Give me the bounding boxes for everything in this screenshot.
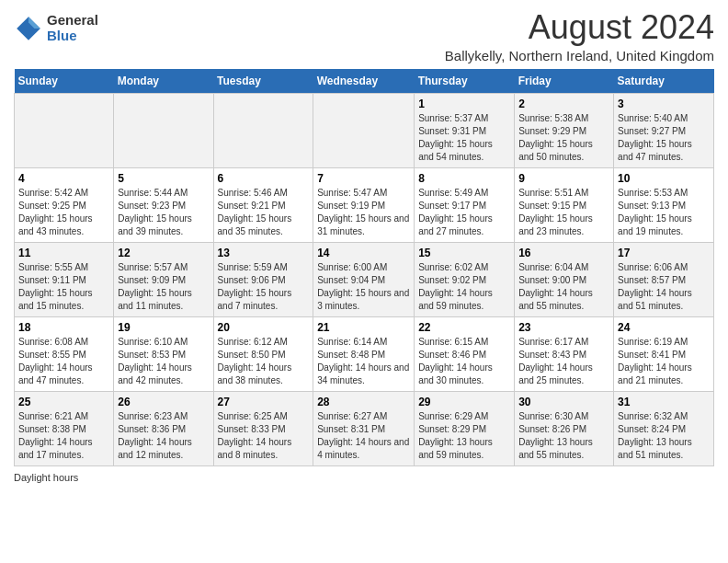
day-info: Sunrise: 5:49 AMSunset: 9:17 PMDaylight:… xyxy=(418,188,493,236)
day-info: Sunrise: 6:04 AMSunset: 9:00 PMDaylight:… xyxy=(518,262,593,311)
table-row: 2 Sunrise: 5:38 AMSunset: 9:29 PMDayligh… xyxy=(515,93,614,167)
header-thursday: Thursday xyxy=(415,69,515,94)
day-number: 23 xyxy=(518,321,609,334)
day-number: 22 xyxy=(418,321,510,334)
table-row: 13 Sunrise: 5:59 AMSunset: 9:06 PMDaylig… xyxy=(213,242,313,316)
table-row: 28 Sunrise: 6:27 AMSunset: 8:31 PMDaylig… xyxy=(313,391,415,465)
day-number: 4 xyxy=(18,172,109,185)
day-number: 7 xyxy=(317,172,410,185)
table-row: 30 Sunrise: 6:30 AMSunset: 8:26 PMDaylig… xyxy=(515,391,614,465)
day-info: Sunrise: 6:25 AMSunset: 8:33 PMDaylight:… xyxy=(218,411,292,460)
day-number: 25 xyxy=(18,396,109,408)
table-row xyxy=(313,93,415,167)
table-row: 11 Sunrise: 5:55 AMSunset: 9:11 PMDaylig… xyxy=(15,242,114,316)
day-info: Sunrise: 6:14 AMSunset: 8:48 PMDaylight:… xyxy=(317,337,409,385)
day-number: 28 xyxy=(317,396,410,408)
header-monday: Monday xyxy=(114,69,213,94)
day-info: Sunrise: 6:17 AMSunset: 8:43 PMDaylight:… xyxy=(518,337,593,385)
day-number: 20 xyxy=(218,321,310,334)
calendar-table: Sunday Monday Tuesday Wednesday Thursday… xyxy=(14,69,714,466)
day-number: 24 xyxy=(618,321,710,334)
table-row: 12 Sunrise: 5:57 AMSunset: 9:09 PMDaylig… xyxy=(114,242,213,316)
table-row: 15 Sunrise: 6:02 AMSunset: 9:02 PMDaylig… xyxy=(415,242,515,316)
table-row: 25 Sunrise: 6:21 AMSunset: 8:38 PMDaylig… xyxy=(15,391,114,465)
day-number: 9 xyxy=(518,172,609,185)
table-row: 18 Sunrise: 6:08 AMSunset: 8:55 PMDaylig… xyxy=(15,316,114,391)
day-number: 8 xyxy=(418,172,510,185)
table-row xyxy=(114,93,213,167)
day-info: Sunrise: 5:59 AMSunset: 9:06 PMDaylight:… xyxy=(218,262,292,311)
day-number: 19 xyxy=(118,321,209,334)
table-row: 22 Sunrise: 6:15 AMSunset: 8:46 PMDaylig… xyxy=(415,316,515,391)
day-number: 3 xyxy=(618,98,710,110)
logo-icon xyxy=(14,14,43,43)
calendar-week-3: 11 Sunrise: 5:55 AMSunset: 9:11 PMDaylig… xyxy=(15,242,714,316)
day-info: Sunrise: 5:44 AMSunset: 9:23 PMDaylight:… xyxy=(118,188,192,236)
footer-note: Daylight hours xyxy=(14,472,714,483)
day-number: 30 xyxy=(518,396,609,408)
day-info: Sunrise: 5:55 AMSunset: 9:11 PMDaylight:… xyxy=(18,262,93,311)
table-row: 16 Sunrise: 6:04 AMSunset: 9:00 PMDaylig… xyxy=(515,242,614,316)
day-info: Sunrise: 6:06 AMSunset: 8:57 PMDaylight:… xyxy=(618,262,692,311)
day-info: Sunrise: 5:51 AMSunset: 9:15 PMDaylight:… xyxy=(518,188,593,236)
logo-text: General Blue xyxy=(47,13,98,43)
calendar-week-5: 25 Sunrise: 6:21 AMSunset: 8:38 PMDaylig… xyxy=(15,391,714,465)
day-info: Sunrise: 5:42 AMSunset: 9:25 PMDaylight:… xyxy=(18,188,93,236)
day-info: Sunrise: 5:47 AMSunset: 9:19 PMDaylight:… xyxy=(317,188,409,236)
header-wednesday: Wednesday xyxy=(313,69,415,94)
day-info: Sunrise: 5:38 AMSunset: 9:29 PMDaylight:… xyxy=(518,113,593,162)
table-row: 10 Sunrise: 5:53 AMSunset: 9:13 PMDaylig… xyxy=(614,167,714,242)
table-row: 9 Sunrise: 5:51 AMSunset: 9:15 PMDayligh… xyxy=(515,167,614,242)
table-row: 5 Sunrise: 5:44 AMSunset: 9:23 PMDayligh… xyxy=(114,167,213,242)
calendar-header-row: Sunday Monday Tuesday Wednesday Thursday… xyxy=(15,69,714,94)
day-number: 18 xyxy=(18,321,109,334)
day-number: 14 xyxy=(317,247,410,259)
logo-general: General xyxy=(47,13,98,29)
day-info: Sunrise: 6:02 AMSunset: 9:02 PMDaylight:… xyxy=(418,262,493,311)
day-info: Sunrise: 6:19 AMSunset: 8:41 PMDaylight:… xyxy=(618,337,692,385)
subtitle: Ballykelly, Northern Ireland, United Kin… xyxy=(445,48,714,63)
title-block: August 2024 Ballykelly, Northern Ireland… xyxy=(445,9,714,63)
day-number: 13 xyxy=(218,247,310,259)
day-number: 5 xyxy=(118,172,209,185)
table-row: 17 Sunrise: 6:06 AMSunset: 8:57 PMDaylig… xyxy=(614,242,714,316)
day-info: Sunrise: 6:10 AMSunset: 8:53 PMDaylight:… xyxy=(118,337,192,385)
calendar-week-4: 18 Sunrise: 6:08 AMSunset: 8:55 PMDaylig… xyxy=(15,316,714,391)
day-info: Sunrise: 5:37 AMSunset: 9:31 PMDaylight:… xyxy=(418,113,493,162)
day-number: 2 xyxy=(518,98,609,110)
main-title: August 2024 xyxy=(445,9,714,46)
table-row: 23 Sunrise: 6:17 AMSunset: 8:43 PMDaylig… xyxy=(515,316,614,391)
day-number: 16 xyxy=(518,247,609,259)
day-number: 11 xyxy=(18,247,109,259)
day-info: Sunrise: 6:29 AMSunset: 8:29 PMDaylight:… xyxy=(418,411,493,460)
table-row: 27 Sunrise: 6:25 AMSunset: 8:33 PMDaylig… xyxy=(213,391,313,465)
day-info: Sunrise: 6:08 AMSunset: 8:55 PMDaylight:… xyxy=(18,337,93,385)
day-number: 31 xyxy=(618,396,710,408)
day-number: 17 xyxy=(618,247,710,259)
day-info: Sunrise: 6:21 AMSunset: 8:38 PMDaylight:… xyxy=(18,411,93,460)
day-info: Sunrise: 6:30 AMSunset: 8:26 PMDaylight:… xyxy=(518,411,593,460)
day-number: 26 xyxy=(118,396,209,408)
day-number: 1 xyxy=(418,98,510,110)
table-row xyxy=(15,93,114,167)
table-row: 29 Sunrise: 6:29 AMSunset: 8:29 PMDaylig… xyxy=(415,391,515,465)
calendar-week-2: 4 Sunrise: 5:42 AMSunset: 9:25 PMDayligh… xyxy=(15,167,714,242)
daylight-hours-label: Daylight hours xyxy=(14,472,78,483)
calendar-week-1: 1 Sunrise: 5:37 AMSunset: 9:31 PMDayligh… xyxy=(15,93,714,167)
day-info: Sunrise: 6:12 AMSunset: 8:50 PMDaylight:… xyxy=(218,337,292,385)
day-info: Sunrise: 5:40 AMSunset: 9:27 PMDaylight:… xyxy=(618,113,692,162)
table-row: 8 Sunrise: 5:49 AMSunset: 9:17 PMDayligh… xyxy=(415,167,515,242)
table-row: 6 Sunrise: 5:46 AMSunset: 9:21 PMDayligh… xyxy=(213,167,313,242)
header-saturday: Saturday xyxy=(614,69,714,94)
header-friday: Friday xyxy=(515,69,614,94)
day-info: Sunrise: 6:27 AMSunset: 8:31 PMDaylight:… xyxy=(317,411,409,460)
table-row: 3 Sunrise: 5:40 AMSunset: 9:27 PMDayligh… xyxy=(614,93,714,167)
day-number: 27 xyxy=(218,396,310,408)
day-number: 12 xyxy=(118,247,209,259)
day-number: 29 xyxy=(418,396,510,408)
table-row: 26 Sunrise: 6:23 AMSunset: 8:36 PMDaylig… xyxy=(114,391,213,465)
day-info: Sunrise: 5:46 AMSunset: 9:21 PMDaylight:… xyxy=(218,188,292,236)
table-row: 20 Sunrise: 6:12 AMSunset: 8:50 PMDaylig… xyxy=(213,316,313,391)
day-info: Sunrise: 6:23 AMSunset: 8:36 PMDaylight:… xyxy=(118,411,192,460)
day-info: Sunrise: 5:57 AMSunset: 9:09 PMDaylight:… xyxy=(118,262,192,311)
